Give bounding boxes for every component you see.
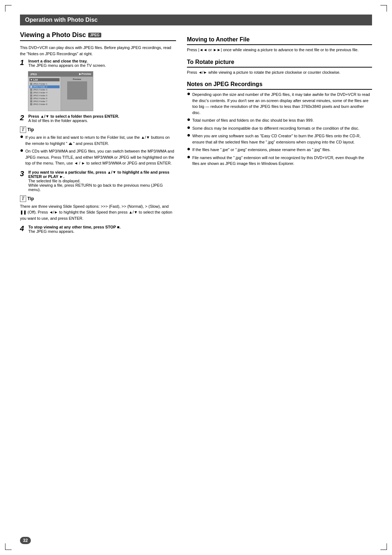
notes-bullet-1-text: Depending upon the size and number of th… [192,92,372,116]
step-3-bold: If you want to view a particular file, p… [28,170,170,179]
jpeg-folder-1: JPEG Folder 1 [29,82,60,85]
jpeg-folder-8: JPEG Folder 8 [29,103,60,106]
notes-bullet-6-text: File names without the ".jpg" extension … [192,155,372,167]
step-2: 2 Press ▲/▼ to select a folder then pres… [20,114,176,123]
page-number: 32 [20,537,31,544]
notes-bullet-dot-4: ● [187,132,191,138]
jpeg-menu-inner: ▼ List JPEG Folder 1 JPEG Folder 2 JPEG … [28,77,93,111]
step-4-bold: To stop viewing at any other time, press… [28,225,121,229]
tip-1-bullet-1-text: If you are in a file list and want to re… [25,134,176,146]
jpeg-folder-5: JPEG Folder 5 [29,94,60,97]
tip-box-1: T Tip ● If you are in a file list and wa… [20,126,176,166]
notes-bullet-dot-6: ● [187,154,191,160]
rotate-text: Press ◄/► while viewing a picture to rot… [187,69,372,76]
header-title: Operation with Photo Disc [25,17,98,23]
step-3: 3 If you want to view a particular file,… [20,170,176,192]
jpeg-top-left: JPEG [30,73,37,76]
notes-title: Notes on JPEG Recordings [187,81,372,90]
bullet-dot-1: ● [20,134,24,139]
notes-bullet-1: ● Depending upon the size and number of … [187,92,372,116]
step-1-number: 1 [20,59,26,66]
jpeg-menu-right-panel: Preview [61,77,93,111]
jpeg-menu-left-panel: ▼ List JPEG Folder 1 JPEG Folder 2 JPEG … [28,77,61,111]
right-column: Moving to Another File Press |◄◄ or ►►| … [187,31,372,237]
step-1-text: The JPEG menu appears on the TV screen. [28,63,106,68]
tip-1-label: Tip [28,127,34,132]
jpeg-badge: JPEG [88,33,102,37]
tip-1-bullet-1: ● If you are in a file list and want to … [20,134,176,146]
jpeg-folder-3: JPEG Folder 3 [29,88,60,91]
notes-bullet-3-text: Some discs may be incompatible due to di… [192,125,372,131]
header-bar: Operation with Photo Disc [20,15,372,25]
moving-text: Press |◄◄ or ►►| once while viewing a pi… [187,47,372,53]
moving-title: Moving to Another File [187,36,372,45]
notes-section: Notes on JPEG Recordings ● Depending upo… [187,81,372,167]
tip-2-text: There are three viewing Slide Speed opti… [20,203,176,222]
step-1-bold: Insert a disc and close the tray. [28,59,87,63]
jpeg-preview-label: Preview [73,78,81,80]
step-1-content: Insert a disc and close the tray. The JP… [28,59,176,68]
notes-bullet-3: ● Some discs may be incompatible due to … [187,125,372,131]
step-2-content: Press ▲/▼ to select a folder then press … [28,114,176,123]
step-4-number: 4 [20,225,26,232]
notes-bullet-2: ● Total number of files and folders on t… [187,117,372,123]
tip-2-header: T Tip [20,195,176,202]
intro-text: This DVD+VCR can play discs with JPEG fi… [20,45,176,57]
tip-box-2: T Tip There are three viewing Slide Spee… [20,195,176,222]
page: Operation with Photo Disc Viewing a Phot… [0,0,392,555]
jpeg-preview-box [67,81,87,100]
jpeg-folder-7: JPEG Folder 7 [29,100,60,103]
tip-1-icon: T [20,126,26,133]
moving-section: Moving to Another File Press |◄◄ or ►►| … [187,36,372,53]
step-4: 4 To stop viewing at any other time, pre… [20,225,176,234]
jpeg-folder-2: JPEG Folder 2 [29,85,60,88]
notes-bullet-dot-2: ● [187,117,191,122]
tip-1-bullet-2: ● On CDs with MP3/WMA and JPEG files, yo… [20,148,176,166]
step-3-content: If you want to view a particular file, p… [28,170,176,192]
main-content: Viewing a Photo Disc JPEG This DVD+VCR c… [20,31,372,237]
notes-bullet-2-text: Total number of files and folders on the… [192,117,372,123]
notes-bullets: ● Depending upon the size and number of … [187,92,372,167]
jpeg-top-bar: JPEG ▶ Preview [28,72,93,77]
step-3-number: 3 [20,170,26,177]
jpeg-list-label: ▼ List [29,78,60,81]
step-1: 1 Insert a disc and close the tray. The … [20,59,176,68]
viewing-section-title: Viewing a Photo Disc JPEG [20,31,176,41]
jpeg-folder-6: JPEG Folder 6 [29,97,60,100]
step-4-content: To stop viewing at any other time, press… [28,225,176,234]
tip-1-content: ● If you are in a file list and want to … [20,134,176,166]
rotate-section: To Rotate picture Press ◄/► while viewin… [187,59,372,76]
notes-bullet-dot-5: ● [187,146,191,152]
rotate-title: To Rotate picture [187,59,372,68]
viewing-title-text: Viewing a Photo Disc [20,31,86,39]
jpeg-top-right: ▶ Preview [79,73,91,76]
notes-bullet-4-text: When you are using software such as "Eas… [192,133,372,145]
left-column: Viewing a Photo Disc JPEG This DVD+VCR c… [20,31,176,237]
step-4-text: The JPEG menu appears. [28,229,74,234]
notes-bullet-5: ● If the files have ".jpe" or ".jpeg" ex… [187,147,372,153]
notes-bullet-dot-1: ● [187,91,191,97]
step-2-bold: Press ▲/▼ to select a folder then press … [28,114,119,118]
step-2-text: A list of files in the folder appears. [28,118,88,123]
tip-1-header: T Tip [20,126,176,133]
step-3-text2: While viewing a file, press RETURN to go… [28,183,163,192]
tip-2-label: Tip [28,196,34,201]
jpeg-menu-image: JPEG ▶ Preview ▼ List JPEG Folder 1 JPEG… [28,71,93,111]
notes-bullet-5-text: If the files have ".jpe" or ".jpeg" exte… [192,147,372,153]
notes-bullet-6: ● File names without the ".jpg" extensio… [187,155,372,167]
tip-1-bullet-2-text: On CDs with MP3/WMA and JPEG files, you … [25,148,176,166]
tip-2-icon: T [20,195,26,202]
bullet-dot-2: ● [20,147,24,153]
jpeg-folder-4: JPEG Folder 4 [29,91,60,94]
step-3-text1: The selected file is displayed. [28,179,81,183]
step-2-number: 2 [20,114,26,121]
notes-bullet-dot-3: ● [187,125,191,130]
notes-bullet-4: ● When you are using software such as "E… [187,133,372,145]
